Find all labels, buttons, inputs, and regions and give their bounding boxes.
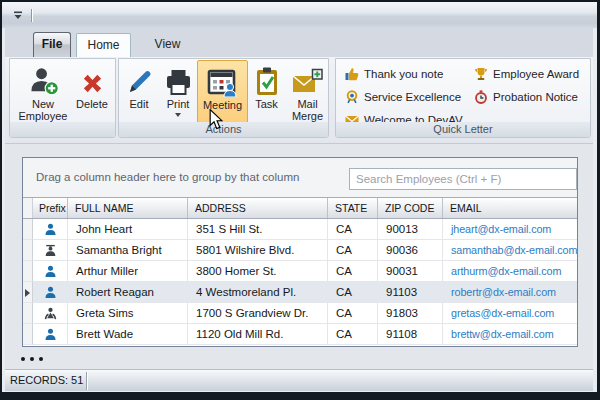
mouse-cursor [209, 109, 223, 130]
row-indicator-cell [23, 261, 33, 282]
print-dropdown-caret[interactable] [175, 113, 181, 117]
group-label-employees [10, 122, 115, 137]
header-indicator [23, 198, 33, 218]
mail-merge-icon [292, 63, 323, 96]
zip-cell: 91103 [378, 282, 443, 303]
task-button[interactable]: Task [248, 60, 285, 123]
quick-access-toolbar [12, 8, 32, 22]
prefix-cell [33, 219, 68, 240]
records-count: RECORDS: 51 [10, 370, 83, 391]
prefix-cell [33, 303, 68, 324]
prefix-icon-doctor [44, 244, 57, 257]
email-link[interactable]: brettw@dx-email.com [443, 324, 577, 345]
email-link[interactable]: robertr@dx-email.com [443, 282, 577, 303]
new-employee-label: New Employee [18, 98, 68, 122]
service-excellence-label: Service Excellence [364, 91, 461, 103]
name-cell: Brett Wade [68, 324, 188, 345]
address-cell: 1120 Old Mill Rd. [188, 324, 328, 345]
probation-notice-button[interactable]: Probation Notice [472, 85, 579, 108]
zip-cell: 91803 [378, 303, 443, 324]
header-address[interactable]: ADDRESS [188, 198, 328, 218]
delete-button[interactable]: Delete [69, 60, 115, 123]
service-excellence-button[interactable]: Service Excellence [343, 85, 472, 108]
trophy-icon [474, 67, 488, 81]
header-prefix[interactable]: Prefix [33, 198, 68, 218]
email-link[interactable]: arthurm@dx-email.com [443, 261, 577, 282]
state-cell: CA [328, 219, 378, 240]
name-cell: Arthur Miller [68, 261, 188, 282]
probation-notice-label: Probation Notice [493, 91, 578, 103]
medal-icon [345, 90, 359, 104]
search-input[interactable] [349, 168, 577, 190]
thumbs-up-icon [345, 67, 359, 81]
delete-icon [79, 63, 106, 96]
employee-award-button[interactable]: Employee Award [472, 62, 579, 85]
tab-view[interactable]: View [140, 33, 195, 57]
email-link[interactable]: jheart@dx-email.com [443, 219, 577, 240]
name-cell: Samantha Bright [68, 240, 188, 261]
titlebar [2, 2, 597, 28]
table-row[interactable]: Arthur Miller 3800 Homer St. CA 90031 ar… [23, 261, 577, 282]
prefix-icon-male [44, 223, 57, 236]
print-button[interactable]: Print [159, 60, 197, 123]
state-cell: CA [328, 324, 378, 345]
employee-award-label: Employee Award [493, 68, 579, 80]
table-row[interactable]: John Heart 351 S Hill St. CA 90013 jhear… [23, 219, 577, 240]
row-indicator-cell [23, 324, 33, 345]
app-window: { "ribbon": { "tabs": { "file": "File", … [0, 0, 600, 400]
mail-merge-label: Mail Merge [285, 98, 329, 122]
prefix-icon-female [44, 307, 57, 320]
task-label: Task [255, 98, 278, 110]
quick-letter-items: Thank you note Service Excellence W [343, 62, 579, 131]
prefix-cell [33, 324, 68, 345]
header-email[interactable]: EMAIL [443, 198, 577, 218]
mail-merge-button[interactable]: Mail Merge [285, 60, 329, 123]
address-cell: 5801 Wilshire Blvd. [188, 240, 328, 261]
state-cell: CA [328, 303, 378, 324]
qat-customize-icon[interactable] [12, 10, 24, 21]
prefix-cell [33, 282, 68, 303]
new-employee-icon [28, 63, 59, 96]
thank-you-note-button[interactable]: Thank you note [343, 62, 472, 85]
prefix-cell [33, 261, 68, 282]
zip-cell: 90036 [378, 240, 443, 261]
state-cell: CA [328, 282, 378, 303]
statusbar-separator [86, 372, 87, 390]
tab-home[interactable]: Home [76, 33, 131, 57]
alarm-clock-icon [474, 90, 488, 104]
ribbon-tab-row: File Home View [5, 28, 593, 57]
edit-button[interactable]: Edit [119, 60, 159, 123]
state-cell: CA [328, 240, 378, 261]
name-cell: Greta Sims [68, 303, 188, 324]
header-full-name[interactable]: FULL NAME [68, 198, 188, 218]
group-by-panel[interactable]: Drag a column header here to group by th… [23, 158, 577, 197]
row-indicator-cell [23, 219, 33, 240]
name-cell: John Heart [68, 219, 188, 240]
table-row[interactable]: Greta Sims 1700 S Grandview Dr. CA 91803… [23, 303, 577, 324]
email-link[interactable]: samanthab@dx-email.com [443, 240, 577, 261]
ribbon-group-actions: Edit Print [118, 58, 329, 138]
focused-row-arrow-icon [25, 289, 30, 297]
employee-grid: Drag a column header here to group by th… [22, 157, 578, 347]
header-state[interactable]: STATE [328, 198, 378, 218]
header-zip-code[interactable]: ZIP CODE [378, 198, 443, 218]
table-row[interactable]: Brett Wade 1120 Old Mill Rd. CA 91108 br… [23, 324, 577, 345]
new-employee-button[interactable]: New Employee [18, 60, 68, 123]
email-link[interactable]: gretas@dx-email.com [443, 303, 577, 324]
group-label-actions: Actions [119, 122, 328, 137]
task-icon [255, 63, 279, 96]
state-cell: CA [328, 261, 378, 282]
qat-separator [31, 9, 32, 22]
edit-icon [126, 63, 152, 96]
table-row-selected[interactable]: Robert Reagan 4 Westmoreland Pl. CA 9110… [23, 282, 577, 303]
row-indicator-cell [23, 303, 33, 324]
delete-label: Delete [76, 98, 108, 110]
edit-label: Edit [130, 98, 149, 110]
grid-header-row: Prefix FULL NAME ADDRESS STATE ZIP CODE … [23, 197, 577, 219]
address-cell: 351 S Hill St. [188, 219, 328, 240]
grid-overflow-dots [21, 357, 43, 361]
file-application-button[interactable]: File [33, 32, 71, 57]
zip-cell: 90031 [378, 261, 443, 282]
table-row[interactable]: Samantha Bright 5801 Wilshire Blvd. CA 9… [23, 240, 577, 261]
ribbon-group-quick-letter: Thank you note Service Excellence W [335, 58, 591, 138]
